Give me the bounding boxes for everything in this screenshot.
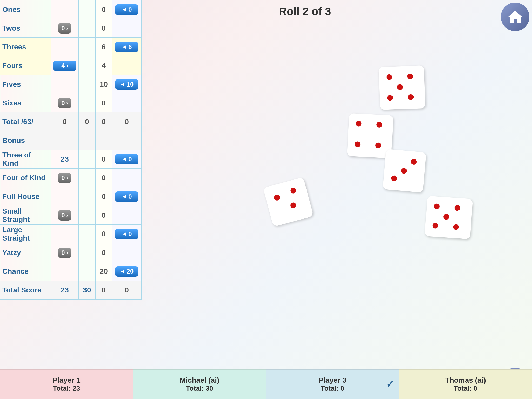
label-fours: Fours: [0, 56, 51, 75]
score-p2-fours: [79, 56, 95, 75]
score-p2-three_kind: [79, 150, 95, 169]
player-total-3: Total: 0: [321, 384, 344, 393]
label-ones: Ones: [0, 0, 51, 19]
label-bonus: Bonus: [0, 131, 51, 150]
die-dot: [355, 141, 361, 147]
score-p1-twos[interactable]: 0›: [51, 19, 79, 38]
val-p3-full_house: 0: [102, 192, 106, 201]
home-button[interactable]: [501, 3, 529, 31]
score-p1-fives: [51, 75, 79, 94]
score-p3-threes: 6: [95, 38, 112, 56]
btn-val-p1-fours: 4: [61, 62, 65, 69]
val-p2-total_score: 30: [83, 286, 91, 294]
die4[interactable]: [378, 65, 425, 110]
score-p1-small_straight[interactable]: 0›: [51, 206, 79, 225]
score-p3-chance: 20: [95, 262, 112, 281]
label-small_straight: Small Straight: [0, 206, 51, 225]
score-p3-total_score: 0: [95, 281, 112, 300]
die-dot: [376, 122, 382, 128]
player-total-1: Total: 23: [53, 384, 80, 393]
label-twos: Twos: [0, 19, 51, 38]
player-tab-4[interactable]: Thomas (ai)Total: 0: [399, 369, 532, 399]
die-dot: [290, 187, 297, 194]
label-large_straight: Large Straight: [0, 225, 51, 243]
score-p2-four_kind: [79, 169, 95, 187]
arrow-p4-ones: ◄: [122, 6, 127, 12]
die-dot: [453, 224, 459, 230]
score-p3-small_straight: 0: [95, 206, 112, 225]
btn-blue-p1-fours[interactable]: 4›: [53, 61, 76, 71]
val-p3-ones: 0: [102, 5, 106, 14]
player-name-3: Player 3: [318, 376, 346, 384]
score-p2-ones: [79, 0, 95, 19]
score-p1-yatzy[interactable]: 0›: [51, 243, 79, 262]
label-three_kind: Three of Kind: [0, 150, 51, 169]
arrow-p4-threes: ◄: [122, 44, 127, 50]
val-p3-sixes: 0: [102, 99, 106, 107]
val-p1-total_score: 23: [61, 286, 69, 294]
die-dot: [408, 94, 414, 100]
roll-info: Roll 2 of 3: [156, 5, 454, 18]
score-p1-fours[interactable]: 4›: [51, 56, 79, 75]
die-dot: [387, 95, 393, 101]
btn-val-four_kind: 0: [61, 174, 65, 182]
score-p1-chance: [51, 262, 79, 281]
val-p2-total63: 0: [85, 118, 89, 126]
score-p1-four_kind[interactable]: 0›: [51, 169, 79, 187]
label-sixes: Sixes: [0, 94, 51, 112]
val-p3-three_kind: 0: [102, 155, 106, 163]
active-check: ✓: [386, 379, 394, 390]
score-p1-threes: [51, 38, 79, 56]
player-total-4: Total: 0: [454, 384, 477, 393]
die-dot: [397, 84, 403, 90]
die-dot: [443, 214, 449, 220]
score-p1-total_score: 23: [51, 281, 79, 300]
val-p3-fours: 4: [102, 62, 106, 70]
die1[interactable]: [263, 177, 314, 227]
label-chance: Chance: [0, 262, 51, 281]
arrow-p4-large_straight: ◄: [122, 231, 127, 237]
score-p3-fives: 10: [95, 75, 112, 94]
score-p3-four_kind: 0: [95, 169, 112, 187]
die-dot: [407, 74, 413, 79]
label-total63: Total /63/: [0, 112, 51, 131]
score-p1-total63: 0: [51, 112, 79, 131]
player-name-1: Player 1: [52, 376, 80, 384]
player-tab-1[interactable]: Player 1Total: 23: [0, 369, 133, 399]
score-p2-total_score: 30: [79, 281, 95, 300]
btn-gray-small_straight[interactable]: 0›: [58, 210, 71, 221]
score-p1-ones: [51, 0, 79, 19]
die3[interactable]: [383, 149, 427, 193]
score-p1-sixes[interactable]: 0›: [51, 94, 79, 112]
label-full_house: Full House: [0, 187, 51, 206]
arrow-p4-full_house: ◄: [122, 194, 127, 200]
btn-gray-four_kind[interactable]: 0›: [58, 173, 71, 183]
die-dot: [356, 121, 362, 127]
score-p3-sixes: 0: [95, 94, 112, 112]
btn-val-twos: 0: [61, 25, 65, 32]
val-p3-large_straight: 0: [102, 230, 106, 238]
score-p3-three_kind: 0: [95, 150, 112, 169]
die5[interactable]: [425, 196, 473, 239]
label-four_kind: Four of Kind: [0, 169, 51, 187]
arrow-p4-chance: ◄: [120, 268, 125, 274]
player-tab-2[interactable]: Michael (ai)Total: 30: [133, 369, 266, 399]
val-p1-total63: 0: [63, 118, 67, 126]
label-yatzy: Yatzy: [0, 243, 51, 262]
btn-gray-twos[interactable]: 0›: [58, 23, 71, 34]
score-p4-ones[interactable]: ◄0: [112, 0, 142, 19]
btn-gray-sixes[interactable]: 0›: [58, 98, 71, 108]
btn-gray-yatzy[interactable]: 0›: [58, 248, 71, 258]
val-p3-total_score: 0: [102, 286, 106, 294]
die-dot: [454, 205, 460, 211]
label-fives: Fives: [0, 75, 51, 94]
arrow-p4-fives: ◄: [120, 81, 125, 87]
btn-blue-p4-ones[interactable]: ◄0: [115, 4, 138, 15]
player-tab-3[interactable]: Player 3Total: 0✓: [266, 369, 399, 399]
die-dot: [375, 142, 381, 148]
score-p1-bonus: [51, 131, 79, 150]
player-total-2: Total: 30: [186, 384, 213, 393]
score-p2-twos: [79, 19, 95, 38]
btn-val-small_straight: 0: [61, 212, 65, 219]
score-p2-chance: [79, 262, 95, 281]
